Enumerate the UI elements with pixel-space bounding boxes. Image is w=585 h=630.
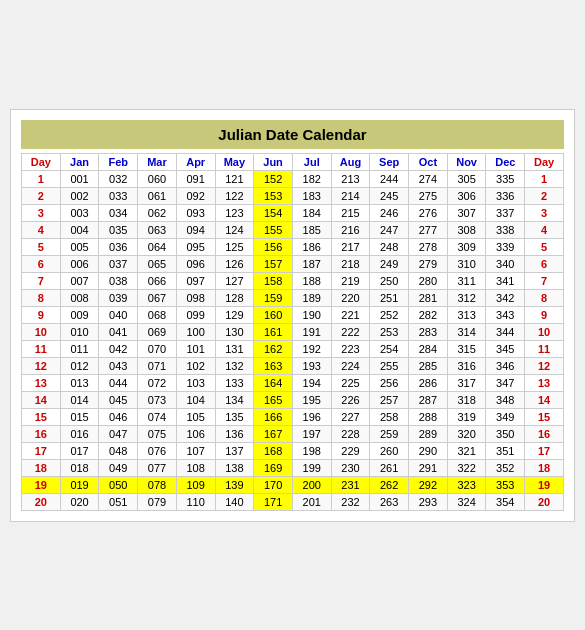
cell-sep: 250 [370,272,409,289]
cell-day-end: 15 [525,408,564,425]
table-row: 2002005107911014017120123226329332435420 [22,493,564,510]
cell-jan: 010 [60,323,99,340]
cell-apr: 105 [176,408,215,425]
cell-day-end: 8 [525,289,564,306]
cell-dec: 352 [486,459,525,476]
cell-dec: 351 [486,442,525,459]
cell-day-end: 2 [525,187,564,204]
cell-apr: 095 [176,238,215,255]
cell-nov: 320 [447,425,486,442]
cell-mar: 069 [138,323,177,340]
cell-day: 16 [22,425,61,442]
table-row: 1501504607410513516619622725828831934915 [22,408,564,425]
cell-jan: 003 [60,204,99,221]
cell-jan: 008 [60,289,99,306]
cell-sep: 263 [370,493,409,510]
cell-oct: 290 [409,442,448,459]
cell-mar: 072 [138,374,177,391]
cell-dec: 341 [486,272,525,289]
cell-dec: 345 [486,340,525,357]
cell-mar: 071 [138,357,177,374]
cell-aug: 216 [331,221,370,238]
cell-day-end: 16 [525,425,564,442]
cell-day: 15 [22,408,61,425]
cell-jan: 006 [60,255,99,272]
cell-may: 126 [215,255,254,272]
cell-day-end: 6 [525,255,564,272]
cell-sep: 247 [370,221,409,238]
cell-may: 130 [215,323,254,340]
cell-sep: 252 [370,306,409,323]
cell-jun: 156 [254,238,293,255]
cell-jun: 162 [254,340,293,357]
cell-feb: 045 [99,391,138,408]
cell-day: 14 [22,391,61,408]
cell-jun: 157 [254,255,293,272]
cell-nov: 316 [447,357,486,374]
cell-feb: 048 [99,442,138,459]
cell-may: 125 [215,238,254,255]
table-row: 1901905007810913917020023126229232335319 [22,476,564,493]
cell-dec: 350 [486,425,525,442]
cell-oct: 291 [409,459,448,476]
cell-oct: 280 [409,272,448,289]
cell-mar: 062 [138,204,177,221]
cell-oct: 292 [409,476,448,493]
cell-mar: 074 [138,408,177,425]
cell-day-end: 9 [525,306,564,323]
cell-jan: 011 [60,340,99,357]
cell-day-end: 19 [525,476,564,493]
cell-day-end: 14 [525,391,564,408]
cell-jun: 165 [254,391,293,408]
cell-day: 11 [22,340,61,357]
cell-oct: 285 [409,357,448,374]
cell-may: 137 [215,442,254,459]
cell-nov: 309 [447,238,486,255]
cell-day-end: 17 [525,442,564,459]
cell-mar: 073 [138,391,177,408]
cell-sep: 253 [370,323,409,340]
cell-oct: 284 [409,340,448,357]
cell-apr: 096 [176,255,215,272]
cell-day-end: 4 [525,221,564,238]
cell-jul: 195 [292,391,331,408]
cell-jul: 194 [292,374,331,391]
table-row: 20020330610921221531832142452753063362 [22,187,564,204]
cell-jun: 160 [254,306,293,323]
cell-nov: 313 [447,306,486,323]
cell-apr: 110 [176,493,215,510]
cell-apr: 107 [176,442,215,459]
cell-oct: 288 [409,408,448,425]
header-jan: Jan [60,153,99,170]
cell-mar: 067 [138,289,177,306]
cell-aug: 221 [331,306,370,323]
cell-may: 131 [215,340,254,357]
cell-sep: 259 [370,425,409,442]
table-row: 1401404507310413416519522625728731834814 [22,391,564,408]
cell-apr: 094 [176,221,215,238]
cell-apr: 092 [176,187,215,204]
cell-sep: 245 [370,187,409,204]
cell-day: 20 [22,493,61,510]
table-row: 30030340620931231541842152462763073373 [22,204,564,221]
cell-jan: 005 [60,238,99,255]
cell-aug: 219 [331,272,370,289]
cell-nov: 317 [447,374,486,391]
cell-nov: 322 [447,459,486,476]
cell-jun: 152 [254,170,293,187]
cell-feb: 038 [99,272,138,289]
cell-day: 17 [22,442,61,459]
cell-jan: 014 [60,391,99,408]
cell-jun: 155 [254,221,293,238]
cell-sep: 262 [370,476,409,493]
cell-feb: 051 [99,493,138,510]
table-row: 50050360640951251561862172482783093395 [22,238,564,255]
cell-oct: 276 [409,204,448,221]
cell-mar: 061 [138,187,177,204]
cell-oct: 286 [409,374,448,391]
cell-feb: 047 [99,425,138,442]
cell-oct: 293 [409,493,448,510]
cell-jan: 017 [60,442,99,459]
cell-jul: 191 [292,323,331,340]
cell-jul: 182 [292,170,331,187]
